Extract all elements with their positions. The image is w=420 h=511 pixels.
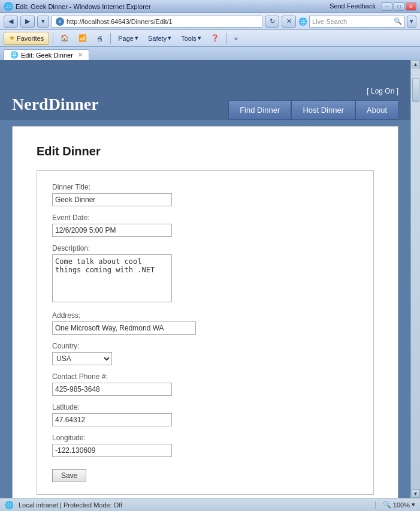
content-box: Edit Dinner Dinner Title: Event Date: [12,126,398,498]
status-separator [375,501,376,509]
more-button[interactable]: » [231,32,241,45]
favorites-button[interactable]: ★ Favorites [4,32,49,45]
search-placeholder: Live Search [312,18,347,25]
description-textarea[interactable]: Come talk about cool things coming with … [52,254,172,302]
address-group: Address: [52,311,358,335]
toolbar: ★ Favorites 🏠 📶 🖨 Page ▾ Safety ▾ Tools … [0,30,420,47]
site-logo: NerdDinner [12,95,99,120]
help-button[interactable]: ❓ [207,32,223,45]
dropdown-button[interactable]: ▾ [37,16,49,28]
dinner-title-label: Dinner Title: [52,183,358,191]
longitude-input[interactable] [52,444,172,457]
forward-button[interactable]: ▶ [20,16,35,28]
country-group: Country: USA Canada UK Australia [52,342,358,365]
host-dinner-button[interactable]: Host Dinner [291,100,355,120]
status-bar: 🌐 Local intranet | Protected Mode: Off 🔍… [0,498,420,511]
address-label: Address: [52,311,358,320]
globe-icon: 🌐 [5,501,14,509]
title-bar: 🌐 Edit: Geek Dinner - Windows Internet E… [0,0,420,13]
tab-icon: 🌐 [10,51,19,59]
latitude-label: Latitude: [52,403,358,411]
title-bar-text: 🌐 Edit: Geek Dinner - Windows Internet E… [4,2,151,11]
dinner-title-group: Dinner Title: [52,183,358,206]
address-bar: ◀ ▶ ▾ e http://localhost:64643/Dinners/E… [0,13,420,30]
nav-buttons: Find Dinner Host Dinner About [228,100,398,120]
feeds-button[interactable]: 📶 [75,32,90,45]
zone-label: Local intranet | Protected Mode: Off [19,501,122,509]
contact-phone-input[interactable] [52,383,172,396]
header-right: [ Log On ] Find Dinner Host Dinner About [228,87,398,120]
event-date-group: Event Date: [52,214,358,237]
page-dropdown-icon: ▾ [135,34,138,42]
home-icon: 🏠 [61,34,69,42]
login-area: [ Log On ] [367,87,398,95]
help-icon: ❓ [211,34,219,42]
url-text: http://localhost:64643/Dinners/Edit/1 [67,18,173,25]
tools-label: Tools [181,35,197,42]
about-button[interactable]: About [355,100,398,120]
toolbar-separator-3 [226,33,227,44]
stop-button[interactable]: ✕ [282,16,296,28]
country-label: Country: [52,342,358,350]
vertical-scrollbar[interactable]: ▲ ▼ [410,60,420,498]
ie-icon: 🌐 [4,2,13,11]
latitude-input[interactable] [52,413,172,426]
tools-dropdown-icon: ▾ [198,34,201,42]
contact-phone-group: Contact Phone #: [52,372,358,396]
back-button[interactable]: ◀ [4,16,18,28]
home-button[interactable]: 🏠 [57,32,72,45]
find-dinner-button[interactable]: Find Dinner [228,100,291,120]
search-box[interactable]: Live Search 🔍 [309,16,405,28]
edit-dinner-form: Dinner Title: Event Date: Description: C… [37,170,374,495]
ie-search-icon: 🌐 [298,17,307,26]
longitude-label: Longitude: [52,434,358,442]
maximize-button[interactable]: □ [394,2,404,11]
country-select[interactable]: USA Canada UK Australia [52,352,112,365]
page-label: Page [118,35,134,42]
save-button[interactable]: Save [52,469,86,482]
feeds-icon: 📶 [78,34,87,42]
safety-label: Safety [148,35,167,42]
scroll-track[interactable] [412,68,419,489]
dinner-title-input[interactable] [52,193,172,206]
search-area: 🌐 Live Search 🔍 ▾ [298,16,416,28]
tab-bar: 🌐 Edit: Geek Dinner ✕ [0,47,420,60]
page-menu[interactable]: Page ▾ [114,32,142,45]
address-field[interactable]: e http://localhost:64643/Dinners/Edit/1 [52,16,262,28]
search-icon: 🔍 [394,17,402,25]
event-date-label: Event Date: [52,214,358,222]
go-button[interactable]: ↻ [265,16,279,28]
toolbar-separator-2 [110,33,111,44]
login-link[interactable]: [ Log On ] [367,87,398,95]
main-area: Edit Dinner Dinner Title: Event Date: [0,120,410,498]
minimize-button[interactable]: ─ [382,2,392,11]
safety-dropdown-icon: ▾ [168,34,171,42]
close-button[interactable]: ✕ [406,2,416,11]
latitude-group: Latitude: [52,403,358,426]
active-tab[interactable]: 🌐 Edit: Geek Dinner ✕ [4,49,89,60]
contact-phone-label: Contact Phone #: [52,372,358,381]
zoom-control[interactable]: 🔍 100% ▾ [383,501,415,509]
safety-menu[interactable]: Safety ▾ [144,32,175,45]
print-button[interactable]: 🖨 [93,32,107,45]
save-group: Save [52,464,358,482]
toolbar-separator-1 [53,33,53,44]
browser-content: NerdDinner [ Log On ] Find Dinner Host D… [0,60,420,498]
tools-menu[interactable]: Tools ▾ [177,32,205,45]
window-controls: Send Feedback ─ □ ✕ [330,2,416,11]
scroll-down-arrow[interactable]: ▼ [412,489,420,498]
scroll-thumb[interactable] [412,78,419,102]
scroll-up-arrow[interactable]: ▲ [412,60,420,68]
page-content: NerdDinner [ Log On ] Find Dinner Host D… [0,60,410,498]
tab-close-icon[interactable]: ✕ [78,52,83,58]
event-date-input[interactable] [52,224,172,237]
feedback-link[interactable]: Send Feedback [330,2,376,11]
description-group: Description: Come talk about cool things… [52,244,358,304]
tab-label: Edit: Geek Dinner [21,52,73,59]
zoom-dropdown-icon[interactable]: ▾ [412,501,415,509]
address-input[interactable] [52,321,196,335]
zoom-label: 100% [393,501,410,509]
site-header: NerdDinner [ Log On ] Find Dinner Host D… [0,60,410,120]
search-dropdown-button[interactable]: ▾ [407,16,416,28]
longitude-group: Longitude: [52,434,358,457]
